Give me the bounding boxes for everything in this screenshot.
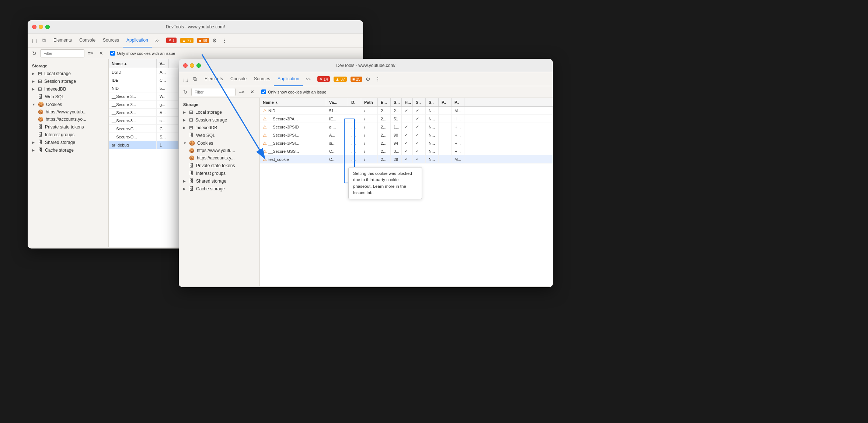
settings-icon-front[interactable]: ⚙ <box>365 75 372 83</box>
sidebar-session-storage-back[interactable]: ▶ ⊞ Session storage <box>28 77 108 85</box>
inspect-icon[interactable]: ⬚ <box>31 37 38 44</box>
td-s2-front-3: ✓ <box>413 131 426 139</box>
sidebar-youtube-cookies-front[interactable]: 🍪 https://www.youtu... <box>179 147 259 154</box>
td-s-front-4: 94 <box>391 139 402 147</box>
td-val-back-8: S... <box>157 133 179 141</box>
th-p-front[interactable]: P.. <box>439 98 452 106</box>
more-tabs-front[interactable]: >> <box>303 77 314 81</box>
td-name-back-5: __Secure-3... <box>109 109 157 116</box>
th-value-back[interactable]: V... <box>157 59 169 68</box>
cookie-child-icon2-back: 🍪 <box>38 117 43 122</box>
cookie-issue-checkbox-front[interactable]: Only show cookies with an issue <box>261 89 326 94</box>
badge-warn-back: ▲ 77 <box>180 38 194 43</box>
tab-console-front[interactable]: Console <box>227 72 250 86</box>
more-icon-front[interactable]: ⋮ <box>374 75 381 83</box>
cookie-issue-checkbox-back[interactable]: Only show cookies with an issue <box>110 51 175 56</box>
clear-filter-back[interactable]: ≡× <box>87 49 95 57</box>
th-path-front[interactable]: Path <box>361 98 378 106</box>
td-name-back-4: __Secure-3... <box>109 101 157 108</box>
sidebar-accounts-cookies-front[interactable]: 🍪 https://accounts.y... <box>179 154 259 162</box>
table-row-front-5[interactable]: ⚠__Secure-GSS... C... .... / 2... 3... ✓… <box>260 147 553 155</box>
more-icon-back[interactable]: ⋮ <box>221 37 228 44</box>
sidebar-youtube-cookies-back[interactable]: 🍪 https://www.youtub... <box>28 108 108 116</box>
filter-input-back[interactable] <box>40 49 84 57</box>
info-icon-back: ■ <box>199 38 202 43</box>
tab-sources-front[interactable]: Sources <box>250 72 274 86</box>
minimize-button-back[interactable] <box>39 25 43 29</box>
th-va-front[interactable]: Va... <box>326 98 348 106</box>
sidebar-private-tokens-front[interactable]: ▶ 🗄 Private state tokens <box>179 162 259 169</box>
maximize-button-front[interactable] <box>196 63 201 68</box>
sidebar-local-storage-back[interactable]: ▶ ⊞ Local storage <box>28 70 108 77</box>
badge-info-front: ■ 25 <box>351 77 362 82</box>
clear-filter-front[interactable]: ≡× <box>238 88 246 96</box>
close-filter-front[interactable]: ✕ <box>248 88 256 96</box>
tab-sources-back[interactable]: Sources <box>99 34 123 47</box>
refresh-icon-back[interactable]: ↻ <box>31 50 38 57</box>
th-h-front[interactable]: H... <box>402 98 413 106</box>
table-row-front-3[interactable]: ⚠__Secure-3PSI... A... .... / 2... 90 ✓ … <box>260 131 553 139</box>
td-p2-front-6: M... <box>452 155 464 163</box>
td-val-back-0: A... <box>157 68 179 76</box>
table-row-front-4[interactable]: ⚠__Secure-3PSI... si... .... / 2... 94 ✓… <box>260 139 553 147</box>
inspect-icon-front[interactable]: ⬚ <box>182 75 189 83</box>
tab-console-back[interactable]: Console <box>76 34 99 47</box>
db-icon-interest-front: 🗄 <box>189 170 194 176</box>
error-icon-back: ✕ <box>168 38 171 43</box>
td-val-back-9: 1 <box>157 141 179 149</box>
sidebar-accounts-cookies-back[interactable]: 🍪 https://accounts.yo... <box>28 116 108 123</box>
th-s2-front[interactable]: S.. <box>413 98 426 106</box>
th-s-front[interactable]: S... <box>391 98 402 106</box>
td-s-front-1: 51 <box>391 115 402 123</box>
tab-application-front[interactable]: Application <box>274 72 303 86</box>
sidebar-interest-groups-back[interactable]: ▶ 🗄 Interest groups <box>28 131 108 138</box>
td-e-front-2: 2... <box>378 123 391 131</box>
sidebar-cookies-front[interactable]: ▼ 🍪 Cookies <box>179 139 259 147</box>
toolbar-back: ⬚ ⧉ Elements Console Sources Application… <box>28 34 363 47</box>
refresh-icon-front[interactable]: ↻ <box>182 88 189 96</box>
sidebar-indexeddb-back[interactable]: ▶ ⊞ IndexedDB <box>28 85 108 93</box>
sidebar-local-storage-front[interactable]: ▶ ⊞ Local storage <box>179 108 259 116</box>
tab-elements-back[interactable]: Elements <box>50 34 76 47</box>
sidebar-shared-storage-front[interactable]: ▶ 🗄 Shared storage <box>179 177 259 185</box>
device-icon-front[interactable]: ⧉ <box>191 75 199 83</box>
sidebar-websql-back[interactable]: ▶ 🗄 Web SQL <box>28 93 108 101</box>
close-button-back[interactable] <box>32 25 36 29</box>
sidebar-session-storage-front[interactable]: ▶ ⊞ Session storage <box>179 116 259 124</box>
sidebar-private-tokens-back[interactable]: ▶ 🗄 Private state tokens <box>28 123 108 131</box>
th-e-front[interactable]: E... <box>378 98 391 106</box>
table-row-front-0[interactable]: ⚠NID 51... .... / 2... 2... ✓ ✓ N... M..… <box>260 107 553 115</box>
table-icon-session-back: ⊞ <box>38 78 42 84</box>
td-name-front-0: ⚠NID <box>260 107 326 114</box>
minimize-button-front[interactable] <box>190 63 194 68</box>
th-s3-front[interactable]: S.. <box>426 98 439 106</box>
warn-icon-0: ⚠ <box>263 108 267 113</box>
sidebar-websql-front[interactable]: ▶ 🗄 Web SQL <box>179 131 259 139</box>
th-p2-front[interactable]: P.. <box>452 98 464 106</box>
table-row-front-1[interactable]: ⚠__Secure-3PA... IE... .... / 2... 51 ✓ … <box>260 115 553 123</box>
device-icon[interactable]: ⧉ <box>40 37 48 44</box>
th-name-front[interactable]: Name ▲ <box>260 98 326 106</box>
table-row-front-2[interactable]: ⚠__Secure-3PSID g.... .... / 2... 1... ✓… <box>260 123 553 131</box>
settings-icon-back[interactable]: ⚙ <box>211 37 219 44</box>
more-tabs-back[interactable]: >> <box>152 38 163 43</box>
sidebar-back: Storage ▶ ⊞ Local storage ▶ ⊞ Session st… <box>28 59 109 247</box>
sidebar-shared-storage-back[interactable]: ▶ 🗄 Shared storage <box>28 138 108 146</box>
th-d-front[interactable]: D. <box>348 98 361 106</box>
content-area-front: Storage ▶ ⊞ Local storage ▶ ⊞ Session st… <box>179 98 553 286</box>
sidebar-indexeddb-front[interactable]: ▶ ⊞ IndexedDB <box>179 124 259 131</box>
filter-input-front[interactable] <box>191 88 236 96</box>
tab-elements-front[interactable]: Elements <box>201 72 227 86</box>
th-name-back[interactable]: Name ▲ <box>109 59 157 68</box>
warn-icon-4: ⚠ <box>263 141 267 146</box>
maximize-button-back[interactable] <box>45 25 50 29</box>
sidebar-cookies-back[interactable]: ▼ 🍪 Cookies <box>28 101 108 108</box>
sidebar-interest-groups-front[interactable]: ▶ 🗄 Interest groups <box>179 169 259 177</box>
sidebar-cache-storage-front[interactable]: ▶ 🗄 Cache storage <box>179 185 259 193</box>
sidebar-cache-storage-back[interactable]: ▶ 🗄 Cache storage <box>28 146 108 154</box>
tab-application-back[interactable]: Application <box>123 34 152 47</box>
close-button-front[interactable] <box>183 63 188 68</box>
close-filter-back[interactable]: ✕ <box>97 49 105 57</box>
table-row-front-6[interactable]: ⚠test_cookie C... .... / 2... 29 ✓ ✓ N..… <box>260 155 553 163</box>
td-path-front-6: / <box>361 155 378 163</box>
